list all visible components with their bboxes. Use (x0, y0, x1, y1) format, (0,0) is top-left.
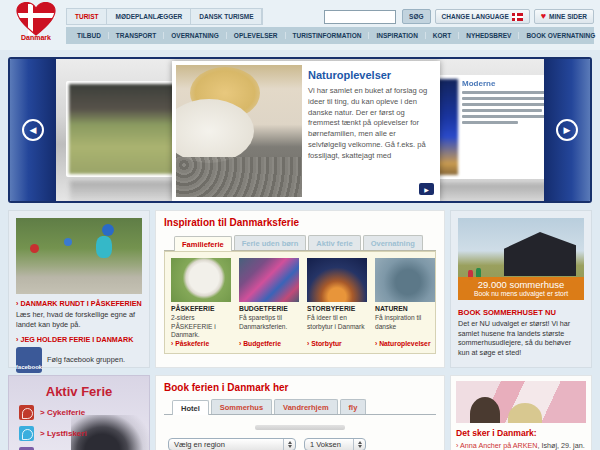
cykelferie-link[interactable]: > Cykelferie (40, 408, 85, 417)
tab-familieferie[interactable]: Familieferie (174, 236, 232, 251)
search-button[interactable]: SØG (402, 9, 430, 24)
booking-widget-divider (255, 425, 345, 430)
adults-select-value: 1 Voksen (310, 440, 341, 449)
summerhouse-body-text: Det er NU udvalget er størst! Vi har sam… (458, 319, 584, 358)
active-holiday-item[interactable]: > Cykelferie (19, 405, 143, 420)
summerhouse-banner[interactable]: 29.000 sommerhuse Book nu mens udvalget … (458, 277, 584, 300)
top-nav-turist[interactable]: TURIST (67, 9, 107, 24)
column-title: STORBYFERIE (307, 305, 367, 312)
inspiration-heading: Inspiration til Danmarksferie (164, 217, 436, 228)
region-select[interactable]: Vælg en region (168, 438, 296, 450)
inspiration-section: Inspiration til Danmarksferie Familiefer… (155, 210, 445, 368)
logo-label: Danmark (10, 34, 62, 41)
event-item[interactable]: › Anna Ancher på ARKEN, Ishøj, 29. jan. … (456, 441, 586, 450)
book-summerhouse-link[interactable]: BOOK SOMMERHUSET NU (458, 308, 584, 317)
nav-transport[interactable]: TRANSPORT (109, 32, 164, 39)
tivoli-night-photo (307, 258, 367, 302)
girl-on-pebbles-photo (176, 65, 302, 197)
nav-inspiration[interactable]: INSPIRATION (369, 32, 425, 39)
inspiration-column-budgetferie: BUDGETFERIE Få sparetips til Danmarksfer… (239, 258, 299, 347)
header: Danmark TURIST MØDEPLANLÆGGER DANSK TURI… (0, 0, 600, 50)
carousel-card-more-button[interactable]: ▶ (419, 183, 434, 195)
column-body: 2-siders PÅSKEFERIE i Danmark. (171, 314, 231, 340)
art-exhibition-photo (456, 381, 586, 423)
summerhouse-promo-box: 29.000 sommerhuse Book nu mens udvalget … (450, 210, 592, 368)
blurred-text-line (462, 91, 548, 94)
select-stepper-icon (283, 439, 295, 450)
facebook-icon[interactable]: facebook (16, 347, 42, 373)
summerhouse-silhouette (504, 232, 576, 276)
cycling-icon (19, 405, 34, 420)
nav-nyhedsbrev[interactable]: NYHEDSBREV (459, 32, 519, 39)
bicycles-photo (239, 258, 299, 302)
tab-overnatning[interactable]: Overnatning (363, 235, 423, 250)
paaskeferie-link[interactable]: › Påskeferie (171, 340, 231, 347)
facebook-follow-text: Følg facebook gruppen. (47, 355, 125, 364)
my-pages-button[interactable]: ♥ MINE SIDER (534, 9, 594, 24)
nav-turistinformation[interactable]: TURISTINFORMATION (286, 32, 370, 39)
nav-kort[interactable]: KORT (426, 32, 459, 39)
events-heading: Det sker i Danmark: (456, 428, 586, 438)
nav-tilbud[interactable]: TILBUD (70, 32, 109, 39)
budgetferie-link[interactable]: › Budgetferie (239, 340, 299, 347)
top-nav-row: TURIST MØDEPLANLÆGGER DANSK TURISME SØG … (66, 8, 594, 25)
storbytur-link[interactable]: › Storbytur (307, 340, 367, 347)
heart-icon: ♥ (541, 12, 546, 21)
column-body: Få inspiration til danske (375, 314, 435, 340)
facebook-group-link[interactable]: › JEG HOLDER FERIE I DANMARK (16, 335, 142, 344)
family-cycling-photo (16, 218, 142, 294)
change-language-label: CHANGE LANGUAGE (442, 13, 509, 20)
column-body: Få ideer til en storbytur i Danmark (307, 314, 367, 340)
danmark-logo[interactable]: Danmark (10, 2, 62, 48)
booking-tabs: Hotel Sommerhus Vandrerhjem fly (164, 399, 436, 415)
blurred-text-line (462, 115, 547, 118)
anna-ancher-link[interactable]: › Anna Ancher på ARKEN (456, 441, 538, 450)
summerhouse-photo: 29.000 sommerhuse Book nu mens udvalget … (458, 218, 584, 300)
adults-select[interactable]: 1 Voksen (304, 438, 366, 450)
top-nav-modeplanlaegger[interactable]: MØDEPLANLÆGGER (107, 9, 191, 24)
carousel-card-title: Naturoplevelser (308, 69, 434, 81)
search-input[interactable] (324, 10, 396, 24)
tab-ferie-uden-born[interactable]: Ferie uden børn (234, 235, 307, 250)
top-nav-dansk-turisme[interactable]: DANSK TURISME (191, 9, 262, 24)
banner-title: 29.000 sommerhuse (458, 279, 584, 290)
carousel-prev-button[interactable]: ◀ (10, 59, 56, 201)
inspiration-column-paaskeferie: PÅSKEFERIE 2-siders PÅSKEFERIE i Danmark… (171, 258, 231, 347)
child-garden-photo (69, 84, 181, 174)
naturoplevelser-link[interactable]: › Naturoplevelser (375, 340, 435, 347)
events-box: Det sker i Danmark: › Anna Ancher på ARK… (450, 375, 592, 450)
fishing-icon (19, 426, 34, 441)
carousel-next-button[interactable]: ▶ (544, 59, 590, 201)
easter-holiday-link[interactable]: › DANMARK RUNDT I PÅSKEFERIEN (16, 299, 142, 308)
tab-aktiv-ferie[interactable]: Aktiv ferie (308, 235, 360, 250)
booking-section: Book ferien i Danmark her Hotel Sommerhu… (155, 375, 445, 450)
tab-fly[interactable]: fly (340, 399, 367, 414)
tab-hotel[interactable]: Hotel (172, 400, 209, 415)
nav-book-overnatning[interactable]: BOOK OVERNATNING (519, 32, 600, 39)
column-title: NATUREN (375, 305, 435, 312)
heart-flag-icon (10, 2, 62, 36)
prev-arrow-icon: ◀ (22, 119, 44, 141)
booking-heading: Book ferien i Danmark her (164, 382, 436, 393)
blurred-text-line (462, 109, 542, 112)
region-select-value: Vælg en region (174, 440, 225, 449)
tab-sommerhus[interactable]: Sommerhus (211, 399, 272, 414)
lystfiskeri-link[interactable]: > Lystfiskeri (40, 429, 87, 438)
banner-subtitle: Book nu mens udvalget er stort (458, 290, 584, 297)
carousel-card-active[interactable]: Naturoplevelser Vi har samlet en buket a… (172, 61, 440, 201)
top-nav: TURIST MØDEPLANLÆGGER DANSK TURISME (66, 8, 263, 25)
tab-vandrerhjem[interactable]: Vandrerhjem (274, 399, 337, 414)
active-holiday-item[interactable]: > Lystfiskeri (19, 426, 143, 441)
nav-overnatning[interactable]: OVERNATNING (164, 32, 227, 39)
visitdenmark-homepage: Danmark TURIST MØDEPLANLÆGGER DANSK TURI… (0, 0, 600, 450)
inspiration-tabs: Familieferie Ferie uden børn Aktiv ferie… (164, 235, 436, 251)
blurred-text-line (462, 97, 545, 100)
deer-photo (375, 258, 435, 302)
column-body: Få sparetips til Danmarksferien. (239, 314, 299, 340)
carousel-card-previous[interactable] (66, 81, 184, 177)
danish-flag-icon (512, 13, 523, 21)
easter-holiday-text: Læs her, hvad de forskellige egne af lan… (16, 310, 142, 330)
nav-oplevelser[interactable]: OPLEVELSER (227, 32, 286, 39)
blurred-text-line (462, 121, 518, 124)
change-language-button[interactable]: CHANGE LANGUAGE (435, 9, 530, 24)
